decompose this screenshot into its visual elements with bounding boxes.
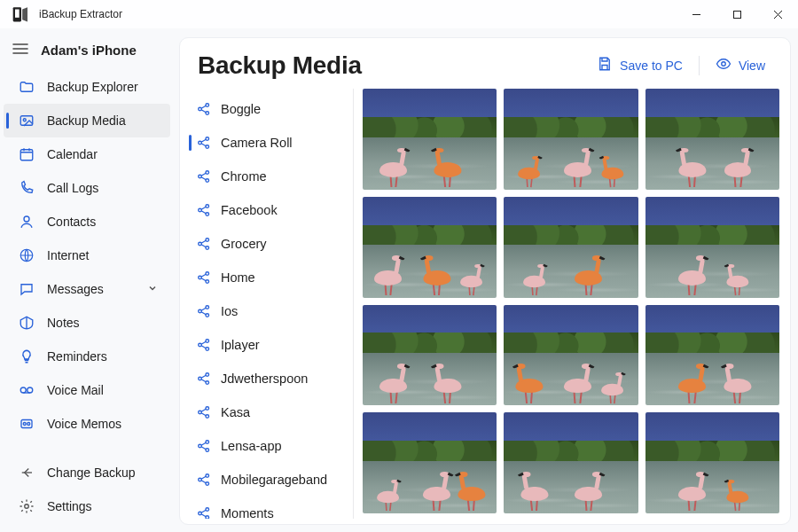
album-label: Boggle (221, 102, 261, 116)
album-label: Moments (221, 506, 274, 519)
nav-label: Voice Memos (47, 417, 121, 431)
svg-point-6 (24, 216, 29, 222)
nav-voice-memos[interactable]: Voice Memos (4, 407, 170, 441)
phone-icon (19, 180, 35, 196)
svg-point-4 (23, 119, 26, 121)
eye-icon (716, 56, 732, 74)
save-to-pc-button[interactable]: Save to PC (590, 51, 690, 80)
album-label: Home (221, 270, 255, 285)
album-label: Grocery (221, 237, 267, 251)
thumbnail[interactable] (363, 412, 497, 513)
album-list[interactable]: BoggleCamera RollChromeFacebookGroceryHo… (189, 89, 354, 519)
share-icon (196, 202, 212, 218)
share-icon (196, 101, 212, 117)
nav-label: Change Backup (47, 466, 136, 480)
album-item[interactable]: Kasa (189, 395, 348, 429)
svg-rect-5 (20, 150, 33, 160)
thumbnail[interactable] (363, 305, 497, 406)
svg-point-11 (23, 423, 26, 426)
album-item[interactable]: Ios (189, 294, 348, 328)
album-item[interactable]: Facebook (189, 193, 348, 227)
album-item[interactable]: Grocery (189, 227, 348, 261)
svg-point-13 (25, 505, 29, 509)
share-icon (196, 270, 212, 286)
thumbnail[interactable] (645, 197, 779, 298)
thumbnail[interactable] (504, 412, 638, 513)
share-icon (196, 404, 212, 420)
page-title: Backup Media (198, 51, 362, 80)
album-label: Kasa (221, 405, 250, 419)
window-close-button[interactable] (757, 0, 798, 28)
album-label: Chrome (221, 169, 267, 184)
thumbnail[interactable] (363, 89, 497, 190)
share-icon (196, 135, 212, 151)
main-header: Backup Media Save to PC View (180, 38, 790, 89)
thumbnail[interactable] (645, 412, 779, 513)
thumbnail-grid (363, 89, 779, 519)
nav-label: Backup Media (47, 113, 126, 128)
share-icon (196, 371, 212, 387)
nav-label: Settings (47, 499, 92, 513)
album-label: Ios (221, 304, 238, 318)
title-bar: iBackup Extractor (0, 0, 798, 28)
photo-icon (19, 113, 35, 129)
calendar-icon (19, 146, 35, 162)
album-item[interactable]: Mobilegarageband (189, 463, 348, 497)
nav-label: Notes (47, 316, 80, 330)
nav-label: Reminders (47, 349, 107, 364)
album-item[interactable]: Boggle (189, 92, 348, 126)
app-icon (9, 7, 34, 21)
album-item[interactable]: Chrome (189, 160, 348, 193)
nav-call-logs[interactable]: Call Logs (4, 171, 170, 205)
nav-backup-explorer[interactable]: Backup Explorer (4, 70, 170, 104)
album-label: Iplayer (221, 338, 260, 352)
window-minimize-button[interactable] (676, 0, 716, 28)
folder-icon (19, 79, 35, 95)
album-item[interactable]: Iplayer (189, 328, 348, 362)
nav-label: Voice Mail (47, 383, 104, 397)
main-panel: Backup Media Save to PC View BoggleCamer… (179, 37, 791, 525)
svg-rect-2 (733, 11, 740, 18)
thumbnail[interactable] (645, 305, 779, 406)
nav-settings[interactable]: Settings (4, 489, 170, 523)
album-label: Jdwetherspoon (221, 372, 308, 386)
album-item[interactable]: Jdwetherspoon (189, 362, 348, 395)
nav-label: Backup Explorer (47, 80, 138, 94)
nav-label: Messages (47, 282, 104, 296)
back-arrow-icon (19, 465, 35, 481)
album-item[interactable]: Camera Roll (189, 126, 348, 160)
thumbnail[interactable] (504, 197, 638, 298)
menu-icon[interactable] (12, 43, 28, 58)
note-icon (19, 315, 35, 331)
thumbnail[interactable] (504, 89, 638, 190)
nav-reminders[interactable]: Reminders (4, 340, 170, 373)
share-icon (196, 472, 212, 488)
thumbnail[interactable] (504, 305, 638, 406)
app-title: iBackup Extractor (39, 8, 122, 20)
view-button[interactable]: View (708, 51, 772, 80)
album-label: Mobilegarageband (221, 473, 327, 487)
nav-change-backup[interactable]: Change Backup (4, 456, 170, 489)
svg-point-8 (20, 387, 26, 393)
share-icon (196, 505, 212, 519)
nav-backup-media[interactable]: Backup Media (4, 104, 170, 137)
nav-voice-mail[interactable]: Voice Mail (4, 373, 170, 407)
album-item[interactable]: Moments (189, 497, 348, 519)
nav-list: Backup Explorer Backup Media Calendar Ca… (0, 66, 174, 441)
gear-icon (19, 498, 35, 514)
bulb-icon (19, 348, 35, 364)
thumbnail[interactable] (645, 89, 779, 190)
album-item[interactable]: Lensa-app (189, 429, 348, 463)
nav-label: Call Logs (47, 181, 98, 195)
nav-calendar[interactable]: Calendar (4, 137, 170, 171)
nav-internet[interactable]: Internet (4, 239, 170, 272)
nav-contacts[interactable]: Contacts (4, 205, 170, 239)
album-label: Lensa-app (221, 439, 282, 453)
thumbnail[interactable] (363, 197, 497, 298)
thumbnail-scroll[interactable] (354, 89, 785, 519)
window-maximize-button[interactable] (716, 0, 757, 28)
album-label: Camera Roll (221, 136, 293, 150)
nav-messages[interactable]: Messages (4, 272, 170, 306)
nav-notes[interactable]: Notes (4, 306, 170, 340)
album-item[interactable]: Home (189, 261, 348, 294)
